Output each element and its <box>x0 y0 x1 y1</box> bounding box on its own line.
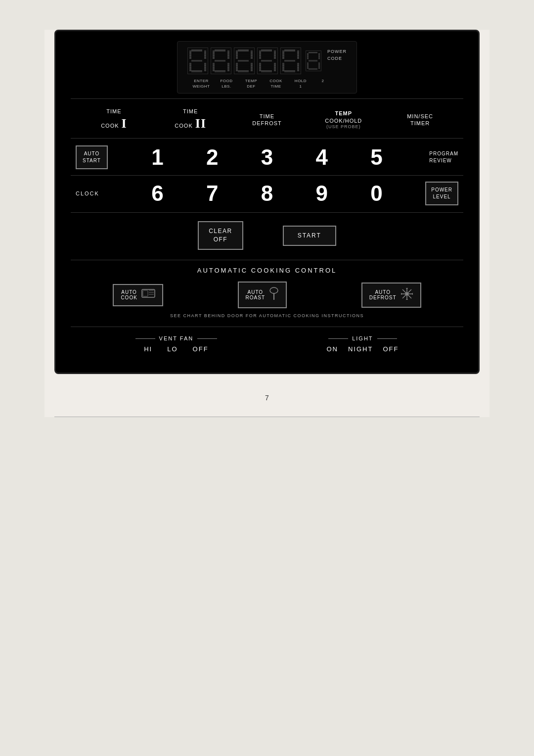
auto-cook-icon <box>141 289 155 301</box>
vent-lo-option[interactable]: LO <box>167 345 178 353</box>
code-label: CODE <box>327 55 347 62</box>
auto-defrost-button[interactable]: AUTO DEFROST <box>361 283 421 308</box>
display-label-temp-def: TEMP DEF <box>239 78 264 89</box>
number-5-button[interactable]: 5 <box>370 145 382 170</box>
display-label-hold-1: HOLD 1 <box>288 78 313 89</box>
control-panel: POWER CODE ENTER WEIGHT FOOD LBS. <box>54 30 480 374</box>
vent-hi-option[interactable]: HI <box>144 345 152 353</box>
light-on-option[interactable]: ON <box>326 345 338 353</box>
number-row-2: CLOCK 6 7 8 9 0 POWER LEVEL <box>71 177 463 210</box>
display-digit-2 <box>211 47 231 74</box>
vent-fan-label: VENT FAN <box>159 335 194 341</box>
vent-off-option[interactable]: OFF <box>193 345 209 353</box>
start-button[interactable]: START <box>283 226 336 246</box>
power-code-label: POWER CODE <box>327 48 347 62</box>
program-review-label: PROGRAM REVIEW <box>429 150 458 164</box>
clock-label: CLOCK <box>76 190 99 196</box>
number-2-button[interactable]: 2 <box>206 145 218 170</box>
display-label-food-lbs: FOOD LBS. <box>214 78 239 89</box>
temp-cook-hold-label: TEMP COOK/HOLD (USE PROBE) <box>305 110 382 130</box>
number-0-button[interactable]: 0 <box>370 181 382 206</box>
display-label-code-2: 2 <box>313 78 333 89</box>
clear-start-row: CLEAR OFF START <box>71 215 463 256</box>
auto-roast-button[interactable]: AUTO ROAST <box>238 282 287 308</box>
number-8-button[interactable]: 8 <box>261 181 273 206</box>
time-cook-2-label: TIME COOK II <box>152 108 229 132</box>
light-night-option[interactable]: NIGHT <box>348 345 373 353</box>
power-label: POWER <box>327 48 347 55</box>
page-number: 7 <box>44 394 490 402</box>
vent-fan-group: VENT FAN HI LO OFF <box>135 335 218 353</box>
chart-notice: SEE CHART BEHIND DOOR FOR AUTOMATIC COOK… <box>76 313 458 318</box>
number-9-button[interactable]: 9 <box>316 181 328 206</box>
number-4-button[interactable]: 4 <box>316 145 328 170</box>
svg-point-5 <box>270 287 278 293</box>
light-group: LIGHT ON NIGHT OFF <box>326 335 399 353</box>
auto-roast-icon <box>269 286 279 303</box>
clear-off-button[interactable]: CLEAR OFF <box>198 221 243 250</box>
number-row-1: AUTO START 1 2 3 4 5 PROGRAM REVIEW <box>71 141 463 174</box>
function-labels-row: TIME COOK I TIME COOK II TIME DEFROST <box>71 104 463 136</box>
display-digit-5 <box>280 47 301 74</box>
auto-defrost-icon <box>400 287 413 303</box>
display-digit-6 <box>306 50 321 71</box>
number-6-button[interactable]: 6 <box>151 181 163 206</box>
number-3-button[interactable]: 3 <box>261 145 273 170</box>
display-digit-3 <box>234 47 255 74</box>
time-defrost-label: TIME DEFROST <box>229 113 306 127</box>
display-section: POWER CODE ENTER WEIGHT FOOD LBS. <box>71 41 463 94</box>
display-label-enter-weight: ENTER WEIGHT <box>188 78 214 89</box>
min-sec-timer-label: MIN/SEC TIMER <box>382 113 458 127</box>
light-label: LIGHT <box>352 335 373 341</box>
display-digits <box>187 47 321 74</box>
display-digit-1 <box>187 47 208 74</box>
number-7-button[interactable]: 7 <box>206 181 218 206</box>
time-cook-1-label: TIME COOK I <box>76 108 152 132</box>
power-level-button[interactable]: POWER LEVEL <box>425 182 458 205</box>
light-off-option[interactable]: OFF <box>383 345 399 353</box>
display-digit-4 <box>257 47 278 74</box>
auto-cook-button[interactable]: AUTO COOK <box>113 284 163 306</box>
display-label-cook-time: COOK TIME <box>264 78 288 89</box>
auto-start-button[interactable]: AUTO START <box>76 145 108 169</box>
number-1-button[interactable]: 1 <box>151 145 163 170</box>
vent-light-section: VENT FAN HI LO OFF LIGHT <box>71 333 463 358</box>
auto-cooking-title: AUTOMATIC COOKING CONTROL <box>76 267 458 274</box>
auto-cooking-section: AUTOMATIC COOKING CONTROL AUTO COOK <box>71 264 463 321</box>
svg-rect-1 <box>143 290 148 296</box>
